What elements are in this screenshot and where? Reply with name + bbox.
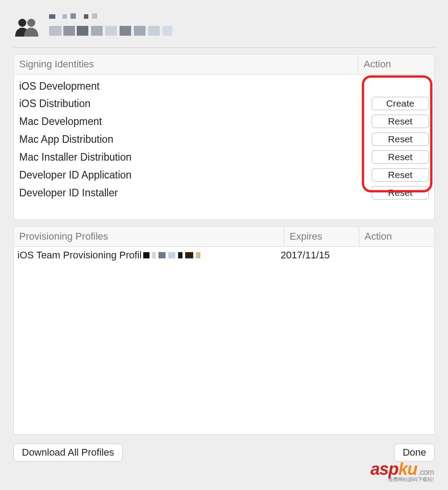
signing-header-name: Signing Identities [14,54,358,74]
watermark: aspku.com 免费网站源码下载站! [13,460,435,483]
reset-button[interactable]: Reset [372,168,429,182]
signing-identities-panel: Signing Identities Action iOS Developmen… [13,54,435,220]
signing-identity-name: Developer ID Installer [19,187,357,199]
signing-action-cell: Reset [357,133,429,146]
signing-action-cell: Reset [357,168,429,182]
signing-row: Mac Installer DistributionReset [18,148,430,166]
reset-button[interactable]: Reset [372,186,429,199]
team-silhouette-icon [13,17,41,37]
signing-identity-name: Mac App Distribution [19,133,357,145]
signing-action-cell: Create [357,97,429,110]
signing-row: iOS Development [18,78,430,95]
signing-row: Mac App DistributionReset [18,130,430,148]
watermark-part2: ku [398,460,417,478]
watermark-tld: .com [418,468,434,477]
signing-row: Developer ID ApplicationReset [18,166,430,184]
team-header [13,12,435,46]
provisioning-header-expires: Expires [284,227,359,246]
footer-bar: Download All Profiles Done [13,441,435,461]
svg-point-1 [27,19,35,27]
reset-button[interactable]: Reset [372,150,429,164]
provisioning-table-header: Provisioning Profiles Expires Action [14,227,434,247]
signing-table-header: Signing Identities Action [14,54,434,75]
watermark-part1: asp [370,460,398,478]
provisioning-header-action: Action [359,227,434,246]
done-button[interactable]: Done [394,444,435,461]
signing-header-action: Action [358,54,434,74]
provisioning-header-name: Provisioning Profiles [14,227,284,246]
signing-identity-name: Mac Development [19,116,357,128]
svg-point-0 [18,19,26,27]
signing-action-cell: Reset [357,115,429,128]
signing-identity-name: iOS Distribution [19,98,357,110]
reset-button[interactable]: Reset [372,115,429,128]
divider [13,47,435,48]
provisioning-row[interactable]: iOS Team Provisioning Profil2017/11/15 [17,249,431,261]
signing-identity-name: iOS Development [19,80,357,92]
signing-row: Developer ID InstallerReset [18,184,430,202]
signing-identity-name: Developer ID Application [19,169,357,181]
signing-identity-name: Mac Installer Distribution [19,151,357,163]
provisioning-expires: 2017/11/15 [281,249,356,261]
signing-row: Mac DevelopmentReset [18,112,430,130]
provisioning-profile-name: iOS Team Provisioning Profil [17,249,281,261]
download-all-profiles-button[interactable]: Download All Profiles [13,444,123,461]
signing-action-cell: Reset [357,186,429,199]
create-button[interactable]: Create [372,97,429,110]
signing-action-cell: Reset [357,150,429,164]
signing-row: iOS DistributionCreate [18,95,430,112]
provisioning-profiles-panel: Provisioning Profiles Expires Action iOS… [13,226,435,435]
redacted-text [143,252,200,258]
reset-button[interactable]: Reset [372,133,429,146]
team-name-redacted [49,12,187,41]
